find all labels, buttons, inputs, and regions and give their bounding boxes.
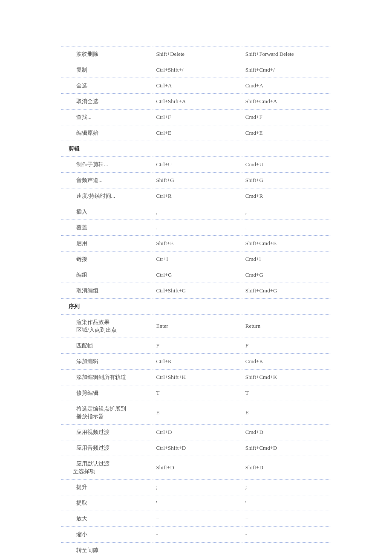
command-label: 渲染作品效果 bbox=[64, 318, 110, 326]
mac-shortcut: Shift+Cmd+G bbox=[242, 283, 331, 299]
mac-shortcut: Cmd+F bbox=[242, 110, 331, 125]
command-name: 查找... bbox=[61, 110, 153, 125]
windows-shortcut bbox=[153, 141, 242, 157]
command-name: 全选 bbox=[61, 78, 153, 94]
mac-shortcut: Shift+G bbox=[242, 173, 331, 188]
table-row: 匹配帧FF bbox=[61, 338, 331, 354]
command-label: 将选定编辑点扩展到 bbox=[64, 405, 126, 413]
windows-shortcut: Ctrl+D bbox=[153, 425, 242, 440]
windows-shortcut: ; bbox=[153, 480, 242, 495]
command-name: 缩小 bbox=[61, 527, 153, 543]
mac-shortcut: ; bbox=[242, 480, 331, 495]
command-name: 覆盖 bbox=[61, 220, 153, 236]
command-label: 启用 bbox=[64, 240, 87, 247]
mac-shortcut: Cmd+D bbox=[242, 425, 331, 440]
command-name: 编组 bbox=[61, 267, 153, 283]
mac-shortcut: F bbox=[242, 338, 331, 354]
windows-shortcut: Ctrl+Shift+D bbox=[153, 440, 242, 456]
command-label: 制作子剪辑... bbox=[64, 161, 108, 168]
windows-shortcut: Shift+D bbox=[153, 456, 242, 480]
command-label: 提升 bbox=[64, 483, 87, 491]
command-label: 添加编辑到所有轨道 bbox=[64, 373, 126, 381]
table-row: 应用视频过渡Ctrl+DCmd+D bbox=[61, 425, 331, 440]
command-name: 渲染作品效果区域/入点到出点 bbox=[61, 315, 153, 338]
windows-shortcut: Ctrl+E bbox=[153, 125, 242, 141]
table-row: 将选定编辑点扩展到播放指示器EE bbox=[61, 401, 331, 425]
windows-shortcut: Shift+Delete bbox=[153, 46, 242, 62]
windows-shortcut: Ctrl+K bbox=[153, 354, 242, 370]
command-label: 音频声道... bbox=[64, 176, 103, 184]
command-name: 复制 bbox=[61, 62, 153, 78]
command-label: 应用视频过渡 bbox=[64, 428, 110, 436]
command-label: 应用音频过渡 bbox=[64, 444, 110, 452]
command-label: 匹配帧 bbox=[64, 342, 93, 350]
mac-shortcut: Cmd+l bbox=[242, 251, 331, 267]
table-row: 提升;; bbox=[61, 480, 331, 495]
windows-shortcut: Ctrl+R bbox=[153, 188, 242, 204]
windows-shortcut: Shift+G bbox=[153, 173, 242, 188]
table-row: 复制Ctrl+Shift+/Shift+Cmd+/ bbox=[61, 62, 331, 78]
table-row: 覆盖.. bbox=[61, 220, 331, 236]
mac-shortcut: Shift+Cmd+/ bbox=[242, 62, 331, 78]
command-name: 制作子剪辑... bbox=[61, 157, 153, 173]
command-label: 插入 bbox=[64, 208, 87, 216]
section-header-label: 序列 bbox=[64, 303, 80, 310]
command-label: 复制 bbox=[64, 66, 87, 74]
command-label: 取消全选 bbox=[64, 98, 98, 105]
windows-shortcut: = bbox=[153, 511, 242, 527]
mac-shortcut: T bbox=[242, 385, 331, 401]
command-label: 添加编辑 bbox=[64, 358, 98, 365]
windows-shortcut: - bbox=[153, 527, 242, 543]
table-row: 剪辑 bbox=[61, 141, 331, 157]
table-row: 插入,, bbox=[61, 204, 331, 220]
command-name: 速度/持续时间... bbox=[61, 188, 153, 204]
windows-shortcut: ' bbox=[153, 495, 242, 511]
mac-shortcut: Shift+Cmd+K bbox=[242, 370, 331, 385]
mac-shortcut: = bbox=[242, 511, 331, 527]
command-name: 应用音频过渡 bbox=[61, 440, 153, 456]
command-name: 应用默认过渡至选择项 bbox=[61, 456, 153, 480]
mac-shortcut: Cmd+R bbox=[242, 188, 331, 204]
windows-shortcut: Ctrl+U bbox=[153, 157, 242, 173]
command-label: 波纹删除 bbox=[64, 50, 98, 58]
command-label: 覆盖 bbox=[64, 224, 87, 231]
command-name: 添加编辑 bbox=[61, 354, 153, 370]
command-name: 波纹删除 bbox=[61, 46, 153, 62]
mac-shortcut: , bbox=[242, 204, 331, 220]
command-name: 取消编组 bbox=[61, 283, 153, 299]
windows-shortcut: Ctrl+Shift+A bbox=[153, 94, 242, 110]
command-label: 播放指示器 bbox=[64, 413, 104, 420]
table-row: 应用音频过渡Ctrl+Shift+DShift+Cmd+D bbox=[61, 440, 331, 456]
windows-shortcut: Ctr+l bbox=[153, 251, 242, 267]
command-name: 提取 bbox=[61, 495, 153, 511]
windows-shortcut: Shift+E bbox=[153, 236, 242, 251]
mac-shortcut: Shift+Cmd+D bbox=[242, 440, 331, 456]
mac-shortcut: - bbox=[242, 527, 331, 543]
command-label: 放大 bbox=[64, 515, 87, 523]
command-name: 将选定编辑点扩展到播放指示器 bbox=[61, 401, 153, 425]
mac-shortcut bbox=[242, 299, 331, 315]
windows-shortcut: Ctrl+Shift+K bbox=[153, 370, 242, 385]
mac-shortcut: Return bbox=[242, 315, 331, 338]
table-row: 添加编辑Ctrl+KCmd+K bbox=[61, 354, 331, 370]
windows-shortcut: Ctrl+Shift+/ bbox=[153, 62, 242, 78]
table-row: 提取'' bbox=[61, 495, 331, 511]
table-row: 缩小-- bbox=[61, 527, 331, 543]
command-name: 匹配帧 bbox=[61, 338, 153, 354]
command-label: 应用默认过渡 bbox=[64, 460, 110, 468]
table-row: 放大== bbox=[61, 511, 331, 527]
command-label: 区域/入点到出点 bbox=[64, 326, 117, 334]
command-name: 修剪编辑 bbox=[61, 385, 153, 401]
windows-shortcut: Ctrl+F bbox=[153, 110, 242, 125]
command-label: 提取 bbox=[64, 499, 87, 507]
table-row: 启用Shift+EShift+Cmd+E bbox=[61, 236, 331, 251]
command-name: 提升 bbox=[61, 480, 153, 495]
table-row: 音频声道...Shift+GShift+G bbox=[61, 173, 331, 188]
windows-shortcut: F bbox=[153, 338, 242, 354]
command-label: 链接 bbox=[64, 255, 87, 263]
command-label: 取消编组 bbox=[64, 287, 98, 295]
command-label: 编辑原始 bbox=[64, 129, 98, 137]
table-row: 添加编辑到所有轨道Ctrl+Shift+KShift+Cmd+K bbox=[61, 370, 331, 385]
command-label: 至选择项 bbox=[64, 468, 95, 475]
mac-shortcut: Shift+Cmd+A bbox=[242, 94, 331, 110]
